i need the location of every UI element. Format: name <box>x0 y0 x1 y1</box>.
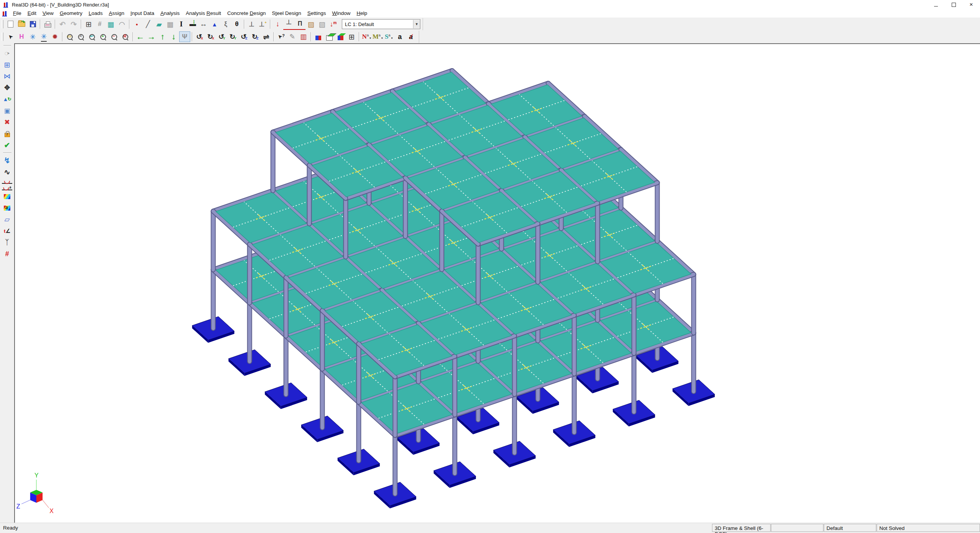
menu-view[interactable]: View <box>39 10 57 17</box>
dimension-tool-button[interactable]: ↔ <box>198 19 209 29</box>
menu-help[interactable]: Help <box>354 10 371 17</box>
view-render-button[interactable] <box>335 31 346 42</box>
menu-window[interactable]: Window <box>329 10 354 17</box>
moment-load-button[interactable]: ↓m <box>328 19 339 29</box>
sidebar-gridtoggle-button[interactable]: # <box>2 249 12 259</box>
sidebar-move-button[interactable]: ✥ <box>2 83 12 93</box>
menu-steel-design[interactable]: Steel Design <box>269 10 304 17</box>
menu-input-data[interactable]: Input Data <box>127 10 157 17</box>
section-tool-button[interactable]: I <box>176 19 187 29</box>
sidebar-moment-a-button[interactable]: ◡a <box>2 185 12 190</box>
pan-left-button[interactable]: ← <box>135 31 146 42</box>
query-cursor-button[interactable]: ➤? <box>276 31 287 42</box>
grid-fill-button[interactable]: ▦ <box>105 19 116 29</box>
release-tool-button[interactable]: ▬┆ <box>187 19 198 29</box>
menu-concrete-design[interactable]: Concrete Design <box>224 10 269 17</box>
support-tool-button[interactable]: ▲ <box>209 19 220 29</box>
zoom-all-button[interactable]: R <box>120 31 131 42</box>
undo-button[interactable]: ↶ <box>57 19 68 29</box>
view-window-button[interactable]: ⊞ <box>346 31 357 42</box>
toolbar-gripper[interactable] <box>2 33 3 41</box>
area-load-button[interactable]: ▨ <box>305 19 317 29</box>
menu-loads[interactable]: Loads <box>85 10 106 17</box>
mesh-load-button[interactable]: ▨ <box>317 19 328 29</box>
zoom-in-button[interactable]: + <box>98 31 109 42</box>
annotate-a-button[interactable]: a <box>394 31 405 42</box>
print-button[interactable] <box>42 19 53 29</box>
sidebar-dynamic-button[interactable]: ∿ <box>2 167 12 177</box>
menu-geometry[interactable]: Geometry <box>57 10 85 17</box>
rotate-y-pos-button[interactable]: ↻Y <box>227 31 238 42</box>
rotate-y-neg-button[interactable]: ↺Y <box>216 31 227 42</box>
annotate-a-off-button[interactable]: a∕ <box>405 31 416 42</box>
select-h-button[interactable]: H <box>16 31 27 42</box>
load-case-dropdown[interactable]: LC 1: Default▼ <box>342 19 420 29</box>
save-file-button[interactable] <box>27 19 38 29</box>
zoom-out-button[interactable]: − <box>109 31 120 42</box>
mesh-tool-button[interactable]: ▦ <box>165 19 176 29</box>
member-tool-button[interactable]: ╱ <box>142 19 154 29</box>
menu-assign[interactable]: Assign <box>106 10 127 17</box>
result-diagram-button[interactable]: ▥ <box>298 31 309 42</box>
view-wire-button[interactable] <box>324 31 335 42</box>
point-load-button[interactable]: ↓ <box>272 19 283 29</box>
model-canvas[interactable]: YZX <box>14 43 980 523</box>
footing-tool-button[interactable]: ⊥+ <box>257 19 268 29</box>
floor-load-button[interactable]: ┴ <box>283 18 294 30</box>
sidebar-scale-button[interactable]: ▣ <box>2 106 12 116</box>
rotation-tool-button[interactable]: θ <box>231 19 242 29</box>
new-file-button[interactable] <box>5 19 16 29</box>
menu-analysis[interactable]: Analysis <box>157 10 183 17</box>
modify-cursor-button[interactable]: ✎ <box>287 31 298 42</box>
zoom-prev-button[interactable]: ↩ <box>87 31 98 42</box>
close-button[interactable]: ✕ <box>962 0 980 9</box>
rotate-free-button[interactable]: ⇌ <box>261 31 272 42</box>
sidebar-contour-button[interactable] <box>2 191 12 202</box>
zoom-pick-button[interactable]: ✕ <box>75 31 87 42</box>
sidebar-contour-a-button[interactable]: a <box>2 203 12 213</box>
rotate-x-neg-button[interactable]: ↺X <box>194 31 205 42</box>
redo-button[interactable]: ↷ <box>68 19 79 29</box>
node-tool-button[interactable]: ● <box>131 19 142 29</box>
annotate-s-button[interactable]: Sa▾ <box>383 31 394 42</box>
pan-down-button[interactable]: ↓ <box>168 31 179 42</box>
sidebar-check-button[interactable]: ✔ <box>2 140 12 150</box>
rotate-z-neg-button[interactable]: ↺Z <box>238 31 250 42</box>
toolbar-gripper[interactable] <box>2 20 3 28</box>
pattern-load-button[interactable]: Π <box>294 18 305 30</box>
document-logo-icon[interactable] <box>2 11 8 16</box>
sidebar-delete-button[interactable]: ✖ <box>2 117 12 128</box>
rotate-z-pos-button[interactable]: ↻Z <box>250 31 261 42</box>
spring-tool-button[interactable]: ξ <box>220 19 231 29</box>
open-file-button[interactable] <box>16 19 27 29</box>
view-solid-button[interactable] <box>313 31 324 42</box>
menu-file[interactable]: File <box>10 10 24 17</box>
sidebar-select-group-button[interactable]: ⊞ <box>2 60 12 70</box>
sidebar-rotate-button[interactable]: ▲↻ <box>2 94 12 105</box>
sidebar-gripper[interactable] <box>3 45 11 46</box>
pan-hand-button[interactable]: Ψ <box>179 31 190 42</box>
rotate-x-pos-button[interactable]: ↻X <box>205 31 216 42</box>
sidebar-analyze-button[interactable]: ↯ <box>2 155 12 166</box>
settings-sun-button[interactable]: ✹ <box>49 31 60 42</box>
pan-right-button[interactable]: → <box>146 31 157 42</box>
model-3d-view[interactable]: YZX <box>15 44 980 523</box>
menu-analysis-result[interactable]: Analysis Result <box>183 10 224 17</box>
snap-star-button[interactable]: ✳ <box>27 31 38 42</box>
shell-tool-button[interactable]: ▰ <box>154 19 165 29</box>
column-tool-button[interactable]: ⊥ <box>246 19 257 29</box>
annotate-n-button[interactable]: Na▾ <box>361 31 372 42</box>
annotate-m-button[interactable]: Ma▾ <box>372 31 383 42</box>
sidebar-select-lasso-button[interactable]: ◌➤ <box>2 48 12 59</box>
sidebar-deflect-button[interactable]: ▱ <box>2 214 12 225</box>
menu-settings[interactable]: Settings <box>304 10 329 17</box>
sidebar-mirror-button[interactable]: ⋈ <box>2 71 12 82</box>
select-cursor-button[interactable]: ➤ <box>5 31 16 42</box>
maximize-button[interactable] <box>945 0 962 9</box>
arc-tool-button[interactable]: ◠ <box>116 19 127 29</box>
sidebar-lock-button[interactable] <box>2 129 12 139</box>
minimize-button[interactable] <box>927 0 945 9</box>
grid-table-button[interactable]: ⊞ <box>83 19 94 29</box>
grid-lines-button[interactable]: # <box>94 19 105 29</box>
sidebar-time-button[interactable]: t∠ <box>2 226 12 236</box>
